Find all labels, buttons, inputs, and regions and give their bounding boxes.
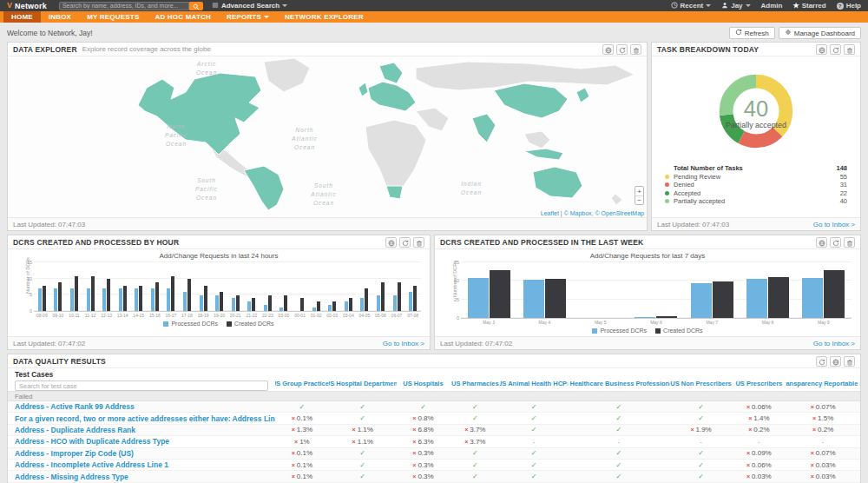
column-header-us-transparency-reportable-hcps[interactable]: US Transparency Reportable HCPs xyxy=(786,368,860,391)
test-case-search-input[interactable] xyxy=(15,380,268,391)
x-tick-label: 21-22 xyxy=(244,313,260,318)
bar-group-May 5 xyxy=(579,263,621,318)
advanced-search-link[interactable]: Advanced Search xyxy=(212,2,287,10)
column-header-us-prescribers[interactable]: US Prescribers xyxy=(732,368,786,391)
widget-refresh-button[interactable] xyxy=(830,44,841,55)
test-case-link[interactable]: Address - Improper Zip Code (US) xyxy=(8,448,275,459)
chart-legend: Processed DCRsCreated DCRs xyxy=(435,328,860,334)
help-link[interactable]: ? Help xyxy=(837,2,861,10)
admin-link[interactable]: Admin xyxy=(761,2,783,10)
column-header-us-hospital-department[interactable]: US Hospital Department xyxy=(329,368,397,391)
widget-refresh-button[interactable] xyxy=(830,237,841,248)
nav-item-inbox[interactable]: INBOX xyxy=(41,11,79,23)
bar-processed-dcrs xyxy=(54,288,57,311)
nav-item-ad-hoc-match[interactable]: AD HOC MATCH xyxy=(147,11,218,23)
fail-x-icon: × xyxy=(811,404,814,410)
test-case-link[interactable]: Address - Missing Address Type xyxy=(8,471,275,481)
pass-check-icon: ✓ xyxy=(531,449,537,457)
dcr-week-chart: Add/Change Requests for last 7 daysNumbe… xyxy=(435,252,860,334)
bar-created-dcrs xyxy=(713,281,733,318)
leaflet-link[interactable]: Leaflet xyxy=(541,210,559,216)
column-header-us-healthcare-business-professionals[interactable]: US Healthcare Business Professionals xyxy=(568,368,670,391)
search-button[interactable] xyxy=(189,2,203,10)
go-to-inbox-link[interactable]: Go to Inbox > xyxy=(383,340,424,347)
bar-processed-dcrs xyxy=(345,301,348,311)
result-cell: ✓ xyxy=(670,413,733,423)
x-tick-label: 14-15 xyxy=(130,313,147,318)
fail-percentage: 0.03% xyxy=(816,473,836,480)
network-logo[interactable]: V Network xyxy=(7,2,47,10)
widget-globe-button[interactable] xyxy=(816,44,827,55)
map-zoom-out-button[interactable]: − xyxy=(635,195,643,204)
pass-check-icon: ✓ xyxy=(698,403,704,411)
bar-created-dcrs xyxy=(381,282,385,311)
x-tick-label: 11-12 xyxy=(82,313,99,318)
recent-menu[interactable]: Recent xyxy=(671,2,712,10)
widget-globe-button[interactable] xyxy=(830,356,841,367)
search-input[interactable] xyxy=(59,2,189,10)
task-legend-row: Denied31 xyxy=(665,181,847,189)
widget-remove-button[interactable] xyxy=(413,237,424,248)
widget-remove-button[interactable] xyxy=(844,237,855,248)
result-cell: ×6.3% xyxy=(397,436,450,447)
bar-processed-dcrs xyxy=(215,295,219,311)
bar-processed-dcrs xyxy=(87,288,90,311)
manage-dashboard-button[interactable]: Manage Dashboard xyxy=(779,27,861,39)
mapbox-link[interactable]: © Mapbox xyxy=(564,210,592,216)
result-cell: ×0.1% xyxy=(275,460,329,470)
widget-globe-button[interactable] xyxy=(816,237,827,248)
widget-refresh-button[interactable] xyxy=(399,237,411,248)
widget-globe-button[interactable] xyxy=(602,44,614,55)
test-case-link[interactable]: Address - Duplicate Address Rank xyxy=(8,425,275,435)
x-tick-label: 02-03 xyxy=(324,313,340,318)
refresh-button[interactable]: Refresh xyxy=(729,27,775,39)
go-to-inbox-link[interactable]: Go to Inbox > xyxy=(813,340,855,347)
test-case-link[interactable]: Address - HCO with Duplicate Address Typ… xyxy=(8,436,275,447)
widget-refresh-button[interactable] xyxy=(616,44,628,55)
fail-percentage: 0.06% xyxy=(752,461,772,469)
bar-processed-dcrs xyxy=(70,288,74,311)
nav-item-network-explorer[interactable]: NETWORK EXPLORER xyxy=(277,11,372,23)
widget-refresh-button[interactable] xyxy=(816,356,827,367)
result-cell: ×0.3% xyxy=(397,448,450,459)
fail-x-icon: × xyxy=(412,427,416,433)
test-case-link[interactable]: For a given record, two or more active a… xyxy=(8,413,275,423)
widget-remove-button[interactable] xyxy=(630,44,641,55)
legend-swatch xyxy=(655,328,661,334)
fail-percentage: 0.2% xyxy=(818,426,833,433)
column-header-us-animal-health-hcps[interactable]: US Animal Health HCPs xyxy=(500,368,568,391)
bar-group-00-01 xyxy=(296,263,304,311)
legend-value: 148 xyxy=(823,164,847,172)
column-header-us-pharmacies[interactable]: US Pharmacies xyxy=(450,368,500,391)
refresh-icon xyxy=(819,354,825,369)
column-header-us-hospitals[interactable]: US Hospitals xyxy=(397,368,450,391)
chart-plot: 051015 xyxy=(34,263,421,312)
panel-actions xyxy=(385,237,424,248)
help-label: Help xyxy=(846,2,861,10)
starred-link[interactable]: ★ Starred xyxy=(792,2,825,10)
dcr-hour-panel: DCRS CREATED AND PROCESSED BY HOUR Add/C… xyxy=(7,235,431,350)
result-cell: ✓ xyxy=(568,401,670,412)
bar-processed-dcrs xyxy=(409,292,412,311)
nav-item-home[interactable]: HOME xyxy=(3,11,41,23)
test-case-link[interactable]: Address - Incomplete Active Address Line… xyxy=(8,460,275,470)
x-tick-label: 10-11 xyxy=(66,313,82,318)
world-map[interactable]: Arctic Ocean North Pacific Ocean North A… xyxy=(8,56,647,217)
fail-x-icon: × xyxy=(292,462,295,468)
user-menu[interactable]: Jay xyxy=(721,2,750,10)
widget-globe-button[interactable] xyxy=(385,237,397,248)
fail-percentage: 6.8% xyxy=(418,426,433,433)
nav-item-my-requests[interactable]: MY REQUESTS xyxy=(79,11,147,23)
column-header-us-non-prescribers[interactable]: US Non Prescribers xyxy=(670,368,733,391)
map-zoom-in-button[interactable]: + xyxy=(635,187,643,195)
widget-remove-button[interactable] xyxy=(844,356,855,367)
nav-item-reports[interactable]: REPORTS xyxy=(219,11,277,23)
test-case-link[interactable]: Address - Active Rank 99 Address xyxy=(8,401,275,412)
result-cell: ✓ xyxy=(500,401,568,412)
widget-remove-button[interactable] xyxy=(844,44,855,55)
bar-created-dcrs xyxy=(204,286,207,311)
go-to-inbox-link[interactable]: Go to Inbox > xyxy=(813,221,855,228)
result-cell: ×1.1% xyxy=(329,436,397,447)
osm-link[interactable]: © OpenStreetMap xyxy=(595,210,644,216)
column-header-us-group-practices[interactable]: US Group Practices xyxy=(275,368,329,391)
